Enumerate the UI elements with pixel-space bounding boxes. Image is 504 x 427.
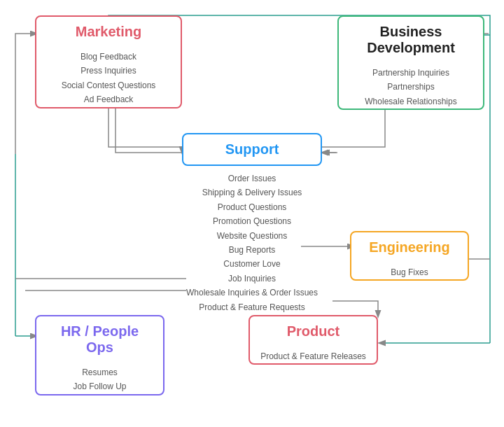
- engineering-title: Engineering: [351, 232, 468, 262]
- hr-item-1: Resumes: [36, 365, 163, 379]
- support-item-2: Shipping & Delivery Issues: [172, 186, 332, 200]
- support-box: Support: [182, 133, 322, 166]
- product-box: Product Product & Feature Releases: [248, 315, 378, 365]
- support-item-4: Promotion Questions: [172, 214, 332, 228]
- support-item-5: Website Questions: [172, 229, 332, 243]
- product-items: Product & Feature Releases: [250, 349, 377, 363]
- support-title: Support: [183, 134, 321, 164]
- marketing-item-4: Ad Feedback: [36, 92, 181, 106]
- marketing-items: Blog Feedback Press Inquiries Social Con…: [36, 50, 181, 107]
- support-item-8: Job Inquiries: [172, 272, 332, 286]
- support-item-6: Bug Reports: [172, 243, 332, 257]
- support-items-list: Order Issues Shipping & Delivery Issues …: [172, 172, 332, 314]
- support-item-10: Product & Feature Requests: [172, 300, 332, 314]
- bizdev-box: Business Development Partnership Inquiri…: [337, 15, 484, 110]
- marketing-title: Marketing: [36, 17, 181, 47]
- bizdev-item-1: Partnership Inquiries: [339, 66, 483, 80]
- engineering-items: Bug Fixes: [351, 265, 468, 279]
- support-item-9: Wholesale Inquiries & Order Issues: [172, 286, 332, 300]
- hr-box: HR / People Ops Resumes Job Follow Up: [35, 315, 164, 396]
- support-item-1: Order Issues: [172, 172, 332, 186]
- support-item-3: Product Questions: [172, 200, 332, 214]
- support-item-7: Customer Love: [172, 257, 332, 271]
- hr-items: Resumes Job Follow Up: [36, 365, 163, 394]
- bizdev-items: Partnership Inquiries Partnerships Whole…: [339, 66, 483, 108]
- marketing-box: Marketing Blog Feedback Press Inquiries …: [35, 15, 182, 108]
- diagram: Marketing Blog Feedback Press Inquiries …: [0, 0, 504, 427]
- hr-title: HR / People Ops: [36, 316, 163, 363]
- marketing-item-1: Blog Feedback: [36, 50, 181, 64]
- engineering-box: Engineering Bug Fixes: [350, 231, 469, 281]
- product-title: Product: [250, 316, 377, 346]
- bizdev-item-3: Wholesale Relationships: [339, 94, 483, 108]
- product-item-1: Product & Feature Releases: [250, 349, 377, 363]
- bizdev-item-2: Partnerships: [339, 80, 483, 94]
- marketing-item-3: Social Contest Questions: [36, 78, 181, 92]
- hr-item-2: Job Follow Up: [36, 379, 163, 393]
- marketing-item-2: Press Inquiries: [36, 64, 181, 78]
- engineering-item-1: Bug Fixes: [351, 265, 468, 279]
- bizdev-title: Business Development: [339, 17, 483, 63]
